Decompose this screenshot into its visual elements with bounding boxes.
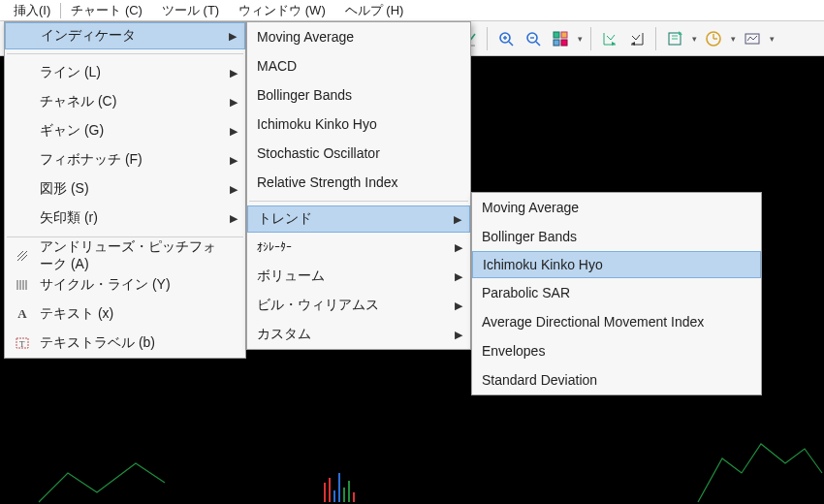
menu-item-label: Moving Average <box>482 200 579 215</box>
menu-chart[interactable]: チャート (C) <box>61 0 152 21</box>
insert-menu: インディケータ ▶ ライン (L) ▶ チャネル (C) ▶ ギャン (G) ▶… <box>4 21 246 359</box>
menu-item-andrews-pitchfork[interactable]: アンドリューズ・ピッチフォーク (A) <box>5 241 245 270</box>
svg-line-2 <box>509 42 513 46</box>
menu-item-trend-stddev[interactable]: Standard Deviation <box>472 365 761 394</box>
submenu-arrow-icon: ▶ <box>230 183 238 196</box>
menu-insert[interactable]: 挿入(I) <box>4 0 60 21</box>
menu-item-label: Average Directional Movement Index <box>482 314 704 330</box>
menu-item-label: ビル・ウィリアムス <box>257 297 379 314</box>
menu-item-moving-average[interactable]: Moving Average <box>247 22 470 51</box>
submenu-arrow-icon: ▶ <box>455 241 462 254</box>
submenu-arrow-icon: ▶ <box>230 96 238 109</box>
menu-item-label: Parabolic SAR <box>482 285 570 300</box>
submenu-arrow-icon: ▶ <box>230 154 238 167</box>
submenu-arrow-icon: ▶ <box>455 270 462 283</box>
zoom-out-icon[interactable] <box>521 26 546 51</box>
menu-item-text[interactable]: A テキスト (x) <box>5 299 245 329</box>
indicator-submenu: Moving Average MACD Bollinger Bands Ichi… <box>246 21 471 350</box>
menu-item-trend-bb[interactable]: Bollinger Bands <box>472 222 761 251</box>
menu-window[interactable]: ウィンドウ (W) <box>229 0 335 21</box>
menu-item-trend-adx[interactable]: Average Directional Movement Index <box>472 307 761 336</box>
svg-marker-21 <box>679 31 682 35</box>
menu-item-label: MACD <box>257 58 297 74</box>
menu-item-label: アンドリューズ・ピッチフォーク (A) <box>40 238 220 273</box>
menu-item-trend-psar[interactable]: Parabolic SAR <box>472 278 761 307</box>
menu-item-label: トレンド <box>258 210 312 228</box>
svg-line-6 <box>536 42 540 46</box>
menu-item-bill-williams[interactable]: ビル・ウィリアムス▶ <box>247 291 470 320</box>
menubar: 挿入(I) チャート (C) ツール (T) ウィンドウ (W) ヘルプ (H) <box>0 0 824 21</box>
menu-item-fibonacci[interactable]: フィボナッチ (F) ▶ <box>5 145 245 174</box>
menu-item-label: カスタム <box>257 326 311 343</box>
menu-item-label: Standard Deviation <box>482 372 597 388</box>
menu-item-label: Bollinger Bands <box>257 87 352 103</box>
menu-item-label: ギャン (G) <box>40 122 104 140</box>
menu-item-line[interactable]: ライン (L) ▶ <box>5 58 245 87</box>
menu-tools[interactable]: ツール (T) <box>152 0 229 21</box>
menu-item-trend-envelopes[interactable]: Envelopes <box>472 336 761 365</box>
menu-item-stochastic[interactable]: Stochastic Oscillator <box>247 139 470 168</box>
menu-item-label: Bollinger Bands <box>482 229 577 244</box>
menu-item-label: テキスト (x) <box>40 305 113 323</box>
menu-item-channel[interactable]: チャネル (C) ▶ <box>5 87 245 116</box>
templates-icon[interactable] <box>740 26 765 51</box>
submenu-arrow-icon: ▶ <box>454 213 461 226</box>
submenu-arrow-icon: ▶ <box>230 212 238 225</box>
menu-item-indicator[interactable]: インディケータ ▶ <box>5 22 245 49</box>
menu-item-label: テキストラベル (b) <box>40 334 155 352</box>
menu-item-oscillator[interactable]: ｵｼﾚｰﾀｰ▶ <box>247 233 470 262</box>
menu-item-label: フィボナッチ (F) <box>40 151 143 169</box>
submenu-arrow-icon: ▶ <box>230 125 238 138</box>
cycle-lines-icon <box>13 278 32 292</box>
menu-item-custom[interactable]: カスタム▶ <box>247 320 470 349</box>
menu-item-text-label[interactable]: T テキストラベル (b) <box>5 329 245 358</box>
menu-item-volume[interactable]: ボリューム▶ <box>247 262 470 291</box>
menu-item-label: ボリューム <box>257 268 325 285</box>
submenu-arrow-icon: ▶ <box>455 329 462 341</box>
submenu-arrow-icon: ▶ <box>230 67 238 79</box>
menu-item-label: Moving Average <box>257 29 354 45</box>
menu-item-label: Envelopes <box>482 343 545 359</box>
menu-item-ichimoku[interactable]: Ichimoku Kinko Hyo <box>247 110 470 139</box>
dropdown-arrow-icon[interactable]: ▾ <box>689 34 699 44</box>
menu-item-shapes[interactable]: 図形 (S) ▶ <box>5 174 245 204</box>
menu-item-label: サイクル・ライン (Y) <box>40 276 171 294</box>
menu-item-arrows[interactable]: 矢印類 (r) ▶ <box>5 204 245 233</box>
menu-item-label: Stochastic Oscillator <box>257 145 380 161</box>
menu-item-label: 矢印類 (r) <box>40 209 98 227</box>
dropdown-arrow-icon[interactable]: ▾ <box>575 34 585 44</box>
indicators-list-icon[interactable] <box>662 26 687 51</box>
menu-item-trend-ichimoku[interactable]: Ichimoku Kinko Hyo <box>472 251 761 278</box>
zoom-in-icon[interactable] <box>493 26 519 51</box>
chart-shift-toggle-icon[interactable] <box>597 26 622 51</box>
auto-scroll-toggle-icon[interactable] <box>624 26 650 51</box>
menu-item-label: 図形 (S) <box>40 180 89 198</box>
svg-rect-11 <box>561 40 567 46</box>
menu-divider <box>7 53 243 54</box>
menu-item-label: Ichimoku Kinko Hyo <box>483 257 603 272</box>
svg-rect-9 <box>561 32 567 38</box>
menu-item-rsi[interactable]: Relative Strength Index <box>247 168 470 197</box>
menu-item-gann[interactable]: ギャン (G) ▶ <box>5 116 245 145</box>
menu-item-trend-ma[interactable]: Moving Average <box>472 193 761 222</box>
submenu-arrow-icon: ▶ <box>229 30 237 43</box>
tile-windows-icon[interactable] <box>548 26 573 51</box>
text-icon: A <box>13 306 32 322</box>
menu-item-trend[interactable]: トレンド▶ <box>247 205 470 233</box>
menu-help[interactable]: ヘルプ (H) <box>335 0 414 21</box>
menu-item-bollinger-bands[interactable]: Bollinger Bands <box>247 80 470 110</box>
text-label-icon: T <box>13 336 32 350</box>
dropdown-arrow-icon[interactable]: ▾ <box>728 34 738 44</box>
trend-submenu: Moving Average Bollinger Bands Ichimoku … <box>471 192 762 395</box>
svg-rect-8 <box>554 32 559 38</box>
menu-divider <box>7 236 243 237</box>
pitchfork-icon <box>13 249 32 263</box>
menu-item-cycle-lines[interactable]: サイクル・ライン (Y) <box>5 270 245 299</box>
menu-item-label: ｵｼﾚｰﾀｰ <box>257 240 292 254</box>
menu-item-label: Relative Strength Index <box>257 174 398 190</box>
menu-divider <box>249 201 468 202</box>
dropdown-arrow-icon[interactable]: ▾ <box>767 34 776 44</box>
menu-item-macd[interactable]: MACD <box>247 51 470 80</box>
svg-text:T: T <box>19 339 25 349</box>
periodicity-icon[interactable] <box>701 26 726 51</box>
